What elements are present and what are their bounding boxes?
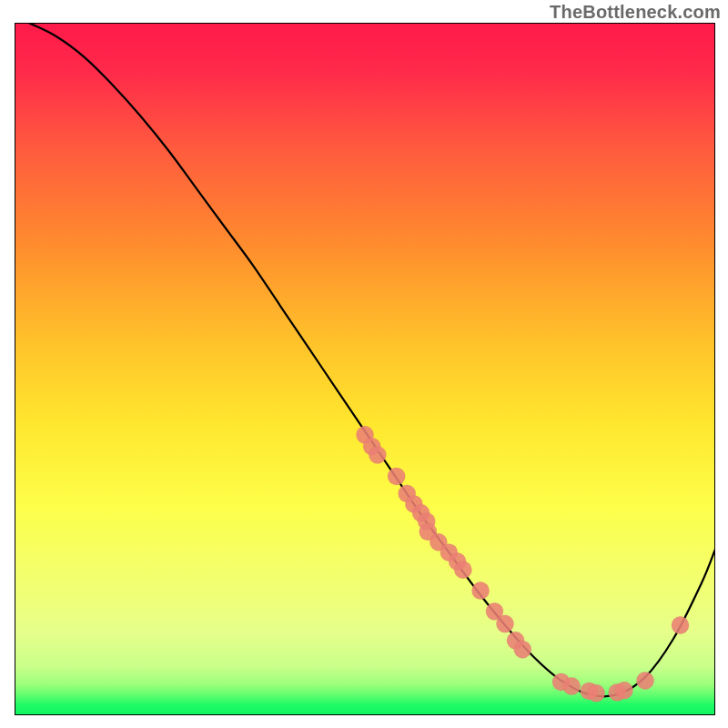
data-marker	[369, 446, 386, 463]
data-marker	[388, 468, 405, 485]
data-marker	[562, 677, 580, 694]
gradient-background	[15, 23, 715, 715]
data-marker	[587, 684, 604, 702]
chart-stage: TheBottleneck.com	[0, 0, 728, 728]
data-marker	[514, 641, 531, 658]
data-marker	[471, 581, 489, 599]
data-marker	[636, 672, 653, 689]
data-marker	[454, 561, 471, 578]
chart-svg	[15, 23, 715, 715]
data-marker	[496, 615, 513, 632]
data-marker	[672, 616, 689, 633]
plot-area	[15, 23, 715, 715]
data-marker	[615, 682, 632, 699]
watermark-text: TheBottleneck.com	[550, 2, 721, 23]
